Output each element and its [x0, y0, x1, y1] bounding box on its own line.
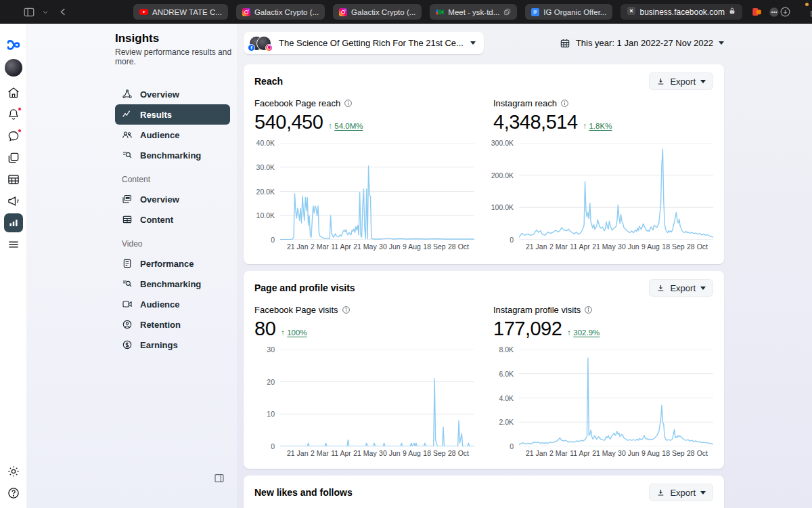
likes-follows-card: New likes and follows Export	[244, 475, 724, 508]
metric-label: Instagram reach	[493, 98, 557, 108]
visits-card: Page and profile visits Export Facebook …	[244, 271, 724, 469]
x-tick-label: 30 Jun	[618, 449, 639, 459]
nav-item-video-benchmarking[interactable]: Benchmarking	[115, 274, 230, 294]
y-tick-label: 2.0K	[499, 417, 514, 427]
x-tick-label: 21 May	[353, 242, 376, 252]
address-url: business.facebook.com	[639, 7, 724, 17]
y-tick-label: 6.0K	[499, 369, 514, 379]
browser-address-bar[interactable]: business.facebook.com	[621, 4, 742, 20]
audience-icon	[122, 129, 133, 140]
home-icon[interactable]	[4, 83, 23, 102]
avatar[interactable]	[5, 59, 22, 77]
trend-indicator: ↑ 100%	[281, 329, 307, 337]
y-tick-label: 10.0K	[256, 211, 275, 220]
nav-item-earnings[interactable]: Earnings	[115, 335, 230, 355]
page-selector-label: The Science Of Getting Rich For The 21st…	[279, 38, 464, 48]
export-button[interactable]: Export	[649, 279, 713, 297]
card-title: Page and profile visits	[254, 282, 355, 293]
x-tick-label: 9 Aug	[641, 449, 660, 459]
x-tick-label: 9 Aug	[403, 449, 421, 459]
tab-label: Galactix Crypto (...	[351, 8, 415, 16]
nav-item-content-overview[interactable]: Overview	[115, 189, 230, 209]
downloads-icon[interactable]	[780, 6, 791, 18]
extension-icon[interactable]	[752, 7, 762, 17]
y-tick-label: 300.0K	[491, 138, 514, 148]
browser-tab-instagram-1[interactable]: Galactix Crypto (...	[236, 4, 325, 20]
messages-icon[interactable]	[4, 127, 23, 146]
insights-icon[interactable]	[4, 213, 23, 232]
posts-icon[interactable]	[4, 148, 23, 167]
settings-icon[interactable]	[4, 462, 23, 481]
export-button[interactable]: Export	[649, 484, 713, 501]
y-tick-label: 4.0K	[499, 394, 514, 403]
notification-badge	[18, 107, 22, 111]
y-tick-label: 0	[510, 235, 514, 245]
nav-item-performance[interactable]: Performance	[115, 253, 230, 274]
export-button[interactable]: Export	[649, 72, 713, 90]
facebook-reach-chart[interactable]	[280, 143, 474, 240]
browser-tab-strip: ANDREW TATE C... Galactix Crypto (... Ga…	[133, 4, 612, 20]
facebook-visits-chart[interactable]	[280, 350, 474, 446]
nav-item-label: Earnings	[140, 340, 178, 350]
nav-item-benchmarking[interactable]: Benchmarking	[115, 145, 230, 165]
info-icon[interactable]	[584, 305, 593, 314]
nav-section-content: Content	[122, 175, 230, 184]
nav-item-results[interactable]: Results	[115, 104, 230, 125]
performance-icon	[122, 258, 133, 269]
help-icon[interactable]	[4, 484, 23, 503]
nav-item-label: Content	[140, 215, 173, 225]
card-title: Reach	[254, 76, 283, 87]
page-selector[interactable]: f The Science Of Getting Rich For The 21…	[244, 32, 484, 54]
x-tick-label: 28 Oct	[687, 449, 708, 459]
date-range-selector[interactable]: This year: 1 Jan 2022-27 Nov 2022	[560, 38, 724, 49]
x-tick-label: 21 Jan	[287, 242, 309, 252]
share-icon[interactable]	[809, 7, 812, 18]
y-axis-labels: 300.0K200.0K100.0K0	[493, 138, 519, 245]
nav-section-video: Video	[122, 239, 230, 249]
notifications-icon[interactable]	[4, 105, 23, 124]
nav-item-retention[interactable]: Retention	[115, 314, 230, 335]
info-icon[interactable]	[560, 99, 569, 108]
info-icon[interactable]	[342, 305, 351, 314]
browser-tab-meet[interactable]: Meet - ysk-td...	[430, 4, 517, 20]
ads-icon[interactable]	[4, 192, 23, 211]
y-axis-labels: 3020100	[254, 345, 280, 451]
more-options-icon[interactable]	[769, 7, 780, 18]
instagram-visits-metric: Instagram profile visits 177,092 ↑ 302.9…	[493, 297, 713, 459]
meta-logo-icon[interactable]	[4, 33, 23, 52]
x-tick-label: 28 Oct	[448, 242, 469, 252]
nav-item-content[interactable]: Content	[115, 209, 230, 230]
browser-chevron-down-icon[interactable]	[42, 9, 49, 16]
benchmarking-icon	[122, 278, 133, 289]
metric-label: Facebook Page visits	[254, 305, 338, 315]
all-tools-icon[interactable]	[4, 235, 23, 254]
nav-item-video-audience[interactable]: Audience	[115, 294, 230, 314]
status-dot	[805, 3, 809, 6]
x-tick-label: 18 Sep	[662, 242, 684, 252]
browser-sidebar-toggle-icon[interactable]	[23, 6, 35, 18]
chevron-down-icon	[470, 41, 476, 45]
x-axis-labels: 21 Jan2 Mar11 Apr21 May30 Jun9 Aug18 Sep…	[280, 446, 474, 459]
copy-icon	[503, 8, 511, 16]
browser-tab-instagram-2[interactable]: Galactix Crypto (...	[333, 4, 422, 20]
info-icon[interactable]	[344, 99, 353, 108]
planner-icon[interactable]	[4, 170, 23, 189]
browser-tab-docs[interactable]: IG Organic Offer...	[525, 4, 612, 20]
browser-tab-youtube[interactable]: ANDREW TATE C...	[133, 4, 228, 20]
instagram-reach-chart[interactable]	[519, 143, 713, 240]
x-tick-label: 21 May	[592, 242, 615, 252]
instagram-visits-chart[interactable]	[519, 350, 713, 446]
x-tick-label: 28 Oct	[448, 449, 469, 459]
nav-item-label: Results	[140, 110, 172, 120]
export-label: Export	[670, 488, 696, 498]
x-tick-label: 18 Sep	[423, 242, 445, 252]
chevron-down-icon	[719, 41, 724, 45]
y-tick-label: 100.0K	[491, 203, 514, 212]
nav-item-audience[interactable]: Audience	[115, 125, 230, 145]
collapse-sidebar-icon[interactable]	[214, 473, 225, 486]
download-icon	[656, 284, 665, 293]
nav-item-overview[interactable]: Overview	[115, 84, 230, 104]
browser-back-icon[interactable]	[58, 7, 68, 17]
tab-label: Meet - ysk-td...	[448, 8, 499, 16]
app-rail	[0, 24, 27, 508]
